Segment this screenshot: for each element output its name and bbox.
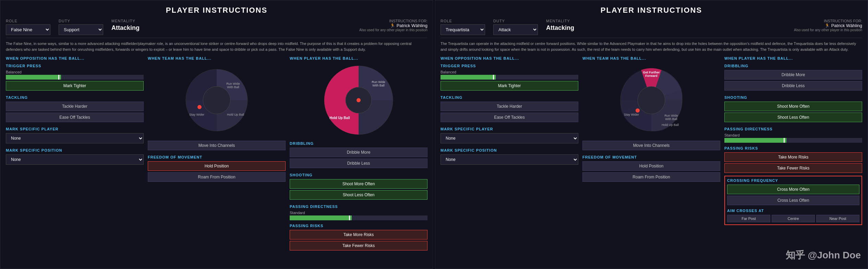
duty-select[interactable]: Support [59,24,103,35]
p2-duty-select[interactable]: Attack [493,24,538,35]
player-ball-svg: Run Wide With Ball Hold Up Ball [321,62,396,138]
p2-shooting-label: SHOOTING [724,95,862,100]
svg-point-9 [357,98,361,102]
p2-col2-title: WHEN TEAM HAS THE BALL... [582,56,720,60]
move-channels-btn[interactable]: Move Into Channels [148,141,286,150]
shoot-more-btn[interactable]: Shoot More Often [290,179,427,189]
role-group: ROLE False Nine [6,19,50,35]
p2-dribble-more-btn[interactable]: Dribble More [724,70,862,80]
passing-label: PASSING DIRECTNESS [290,204,427,209]
p2-cross-more-btn[interactable]: Cross More Often [727,185,859,194]
passing-fill [290,215,352,220]
svg-text:Run Wide: Run Wide [372,80,385,84]
p2-ease-off-btn[interactable]: Ease Off Tackles [441,113,578,122]
trigger-press-bar-label: Balanced [6,70,144,74]
passing-marker [349,215,350,220]
dribble-less-btn[interactable]: Dribble Less [290,159,427,168]
shooting-label: SHOOTING [290,173,427,177]
duty-label: DUTY [59,19,103,23]
svg-text:Get Further: Get Further [643,71,660,74]
p2-trigger-bar [441,75,578,80]
p2-aim-crosses-label: AIM CROSSES AT [727,209,859,213]
dribble-more-btn[interactable]: Dribble More [290,148,427,157]
p2-shoot-more-btn[interactable]: Shoot More Often [724,102,862,111]
roam-position-btn[interactable]: Roam From Position [148,172,286,182]
watermark: 知乎 @John Doe [786,249,861,262]
dribbling-label: DRIBBLING [290,141,427,145]
mark-position-select[interactable]: None [6,154,144,165]
svg-point-14 [638,86,665,114]
p2-shoot-less-btn[interactable]: Shoot Less Often [724,113,862,122]
svg-point-2 [197,105,202,109]
take-more-risks-btn[interactable]: Take More Risks [290,230,427,239]
p2-role-group: ROLE Trequartista [441,19,485,35]
instructions-for-name: 🏃 Patrick Wähling [359,23,427,28]
p2-role-select[interactable]: Trequartista [441,24,485,35]
p2-instructions-name: 🏃 Patrick Wähling [794,23,862,28]
p2-tactic-circle: Get Further Forward Run Wide With Ball H… [582,62,720,138]
svg-text:Run Wide: Run Wide [664,114,678,117]
trigger-press-label: TRIGGER PRESS [6,64,144,68]
svg-text:Hold Up Ball: Hold Up Ball [329,116,350,120]
ease-off-btn[interactable]: Ease Off Tackles [6,113,144,122]
p2-tackle-harder-btn[interactable]: Tackle Harder [441,102,578,111]
trigger-press-bar [6,75,144,80]
p2-hold-position-btn[interactable]: Hold Position [582,161,720,171]
role-select[interactable]: False Nine [6,24,50,35]
p2-dribbling-label: DRIBBLING [724,64,862,68]
shoot-less-btn[interactable]: Shoot Less Often [290,190,427,200]
svg-text:With Ball: With Ball [372,84,385,87]
p2-dribble-less-btn[interactable]: Dribble Less [724,81,862,91]
p2-mark-tighter-btn[interactable]: Mark Tighter [441,81,578,91]
p2-take-more-risks-btn[interactable]: Take More Risks [724,152,862,162]
aim-crosses-grid: Far Post Centre Near Post [727,215,859,222]
p2-mark-position-select[interactable]: None [441,154,578,165]
p2-mentality-group: MENTALITY Attacking [546,19,574,32]
col3-player-ball: WHEN PLAYER HAS THE BALL... Run Wide [290,56,427,252]
aim-far-post-btn[interactable]: Far Post [727,215,770,222]
mark-specific-label: MARK SPECIFIC PLAYER [6,127,144,131]
passing-bar [290,215,427,220]
tackle-harder-btn[interactable]: Tackle Harder [6,102,144,111]
p2-instructions-label: INSTRUCTIONS FOR: [794,19,862,23]
p2-passing-fill [724,138,786,143]
p2-col3-title: WHEN PLAYER HAS THE BALL... [724,56,862,60]
mark-tighter-btn[interactable]: Mark Tighter [6,81,144,91]
p2-passing-label: PASSING DIRECTNESS [724,127,862,131]
panel1-columns: WHEN OPPOSITION HAS THE BALL... TRIGGER … [6,56,427,252]
player-ball-diagram: Run Wide With Ball Hold Up Ball [290,62,427,138]
p2-trigger-marker [493,75,494,80]
svg-text:Stay Wider: Stay Wider [624,113,639,116]
aim-near-post-btn[interactable]: Near Post [816,215,859,222]
panel2-title: PLAYER INSTRUCTIONS [441,6,862,15]
mark-position-label: MARK SPECIFIC POSITION [6,148,144,152]
hold-position-btn[interactable]: Hold Position [148,161,286,171]
p2-mark-position-label: MARK SPECIFIC POSITION [441,148,578,152]
mentality-group: MENTALITY Attacking [111,19,140,32]
trigger-press-fill [6,75,61,80]
panel1-title: PLAYER INSTRUCTIONS [6,6,427,15]
p2-roam-position-btn[interactable]: Roam From Position [582,172,720,182]
take-fewer-risks-btn[interactable]: Take Fewer Risks [290,241,427,250]
p2-take-fewer-risks-btn[interactable]: Take Fewer Risks [724,163,862,173]
p2-duty-group: DUTY Attack [493,19,538,35]
col3-title: WHEN PLAYER HAS THE BALL... [290,56,427,60]
svg-text:Stay Wider: Stay Wider [189,113,204,116]
mark-specific-select[interactable]: None [6,133,144,143]
instructions-for-sub: Also used for any other player in this p… [359,28,427,32]
mentality-value: Attacking [111,24,140,32]
role-label: ROLE [6,19,50,23]
p2-crossing-label: CROSSING FREQUENCY [727,178,859,183]
p2-col3-player-ball: WHEN PLAYER HAS THE BALL... DRIBBLING Dr… [724,56,862,225]
col2-title: WHEN TEAM HAS THE BALL... [148,56,286,60]
p2-mentality-label: MENTALITY [546,19,574,23]
p2-move-channels-btn[interactable]: Move Into Channels [582,141,720,150]
svg-text:With Ball: With Ball [665,117,677,121]
p2-passing-bar-label: Standard [724,133,862,137]
aim-centre-btn[interactable]: Centre [772,215,815,222]
p2-freedom-label: FREEDOM OF MOVEMENT [582,155,720,159]
instructions-for: INSTRUCTIONS FOR: 🏃 Patrick Wähling Also… [359,19,427,32]
panel2-columns: WHEN OPPOSITION HAS THE BALL... TRIGGER … [441,56,862,225]
p2-mark-specific-select[interactable]: None [441,133,578,143]
p2-cross-less-btn[interactable]: Cross Less Often [727,196,859,205]
